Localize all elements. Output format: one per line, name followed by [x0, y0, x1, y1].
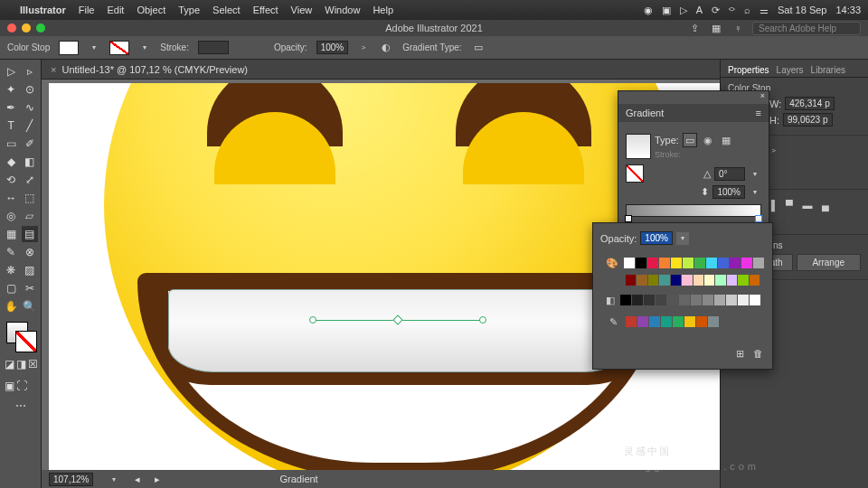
tab-libraries[interactable]: Libraries: [811, 65, 845, 75]
nav-left-icon[interactable]: ◂: [135, 474, 140, 485]
width-tool[interactable]: ↔: [3, 190, 20, 206]
gradient-icon[interactable]: ◐: [379, 41, 393, 55]
aspect-input[interactable]: 100%: [712, 185, 745, 199]
w-value[interactable]: 426,314 p: [785, 97, 835, 110]
artboard-tool[interactable]: ▢: [3, 280, 20, 296]
gradient-stop-end[interactable]: [755, 215, 762, 222]
menu-file[interactable]: File: [79, 5, 95, 15]
bulb-icon[interactable]: ♀: [731, 21, 745, 35]
stroke-swatch[interactable]: [109, 41, 129, 55]
sync-icon[interactable]: ⟳: [712, 5, 720, 16]
stroke-dropdown[interactable]: ▾: [138, 42, 151, 54]
zoom-dropdown[interactable]: ▾: [108, 473, 120, 485]
screen-mode-icon[interactable]: ⛶: [16, 378, 27, 394]
menu-object[interactable]: Object: [137, 5, 165, 15]
hand-tool[interactable]: ✋: [3, 298, 20, 314]
direct-selection-tool[interactable]: ▹: [22, 63, 39, 80]
wifi-icon[interactable]: ⌔: [729, 5, 735, 15]
close-tab-icon[interactable]: ×: [51, 64, 56, 75]
minimize-window-button[interactable]: [22, 23, 31, 33]
eyedropper-swatch-icon[interactable]: ✎: [606, 314, 620, 329]
menu-select[interactable]: Select: [212, 5, 241, 15]
gradient-start-handle[interactable]: [309, 316, 316, 324]
shape-builder-tool[interactable]: ◎: [3, 208, 20, 224]
slice-tool[interactable]: ✂: [22, 280, 39, 296]
gradient-stop-start[interactable]: [625, 215, 632, 222]
tab-properties[interactable]: Properties: [728, 65, 769, 75]
menu-type[interactable]: Type: [178, 5, 200, 15]
arrange-docs-icon[interactable]: ▦: [709, 21, 723, 35]
tab-layers[interactable]: Layers: [777, 65, 804, 75]
align-bottom-icon[interactable]: ▄: [818, 198, 833, 212]
swatch-opacity-dropdown[interactable]: ▾: [676, 232, 689, 245]
help-search-input[interactable]: Search Adobe Help: [752, 22, 861, 35]
emoji-teeth-selected[interactable]: [168, 289, 629, 372]
swatch-opacity-input[interactable]: 100%: [640, 231, 673, 245]
close-window-button[interactable]: [7, 23, 16, 33]
swatch-picker-panel[interactable]: Opacity: 100% ▾ 🎨 ◧ ✎: [592, 222, 773, 370]
gradient-preview-swatch[interactable]: [626, 134, 651, 159]
record-icon[interactable]: ◉: [644, 5, 653, 16]
search-icon[interactable]: ⌕: [744, 5, 750, 15]
a-icon[interactable]: A: [696, 5, 703, 15]
eyedropper-tool[interactable]: ✎: [3, 244, 20, 260]
swatch[interactable]: [624, 258, 635, 268]
close-panel-icon[interactable]: ×: [760, 91, 765, 104]
zoom-tool[interactable]: 🔍: [22, 298, 39, 314]
menu-effect[interactable]: Effect: [253, 5, 278, 15]
new-swatch-icon[interactable]: ⊞: [732, 346, 747, 361]
free-transform-tool[interactable]: ⬚: [22, 190, 39, 206]
nav-right-icon[interactable]: ▸: [155, 474, 160, 485]
stroke-color-box[interactable]: [15, 331, 37, 352]
screen-icon[interactable]: ▣: [662, 5, 671, 16]
menu-view[interactable]: View: [291, 5, 313, 15]
gradient-stroke-swatch[interactable]: [626, 164, 644, 183]
document-tab[interactable]: × Untitled-13* @ 107,12 % (CMYK/Preview): [42, 60, 720, 80]
radial-type-icon[interactable]: ◉: [701, 133, 715, 147]
opacity-input[interactable]: 100%: [316, 41, 349, 54]
menu-window[interactable]: Window: [325, 5, 360, 15]
align-top-icon[interactable]: ▀: [782, 198, 797, 212]
align-vcenter-icon[interactable]: ▬: [800, 198, 815, 212]
rotate-tool[interactable]: ⟲: [3, 172, 20, 188]
gradient-end-handle[interactable]: [479, 316, 486, 324]
gradient-mode-icon[interactable]: ◨: [16, 356, 26, 372]
gradient-panel[interactable]: × Gradient≡ Type: ▭ ◉ ▦ Stroke: △ 0°▾ ⬍ …: [618, 90, 769, 229]
opacity-dropdown[interactable]: >: [357, 42, 370, 54]
fill-stroke-control[interactable]: [3, 320, 38, 352]
gradient-tool[interactable]: ▤: [22, 226, 39, 242]
gradient-slider[interactable]: [626, 204, 761, 217]
fill-dropdown[interactable]: ▾: [88, 42, 100, 54]
menu-help[interactable]: Help: [373, 5, 393, 15]
rectangle-tool[interactable]: ▭: [3, 136, 20, 152]
control-center-icon[interactable]: ⚌: [760, 5, 769, 16]
type-tool[interactable]: T: [3, 117, 20, 134]
shaper-tool[interactable]: ◆: [3, 154, 20, 170]
symbol-sprayer-tool[interactable]: ❋: [3, 262, 20, 278]
stroke-weight-input[interactable]: [198, 41, 229, 54]
panel-menu-icon[interactable]: ≡: [756, 108, 761, 118]
draw-normal-icon[interactable]: ▣: [5, 378, 14, 394]
delete-swatch-icon[interactable]: 🗑: [750, 346, 765, 361]
angle-input[interactable]: 0°: [714, 167, 745, 181]
graph-tool[interactable]: ▨: [22, 262, 39, 278]
menu-edit[interactable]: Edit: [107, 5, 124, 15]
gradient-annotator[interactable]: [313, 320, 483, 321]
share-icon[interactable]: ⇪: [687, 21, 702, 35]
mesh-tool[interactable]: ▦: [3, 226, 20, 242]
app-name[interactable]: Illustrator: [20, 5, 66, 15]
arrange-button[interactable]: Arrange: [797, 254, 862, 271]
line-tool[interactable]: ╱: [22, 117, 39, 134]
h-value[interactable]: 99,0623 p: [783, 113, 833, 127]
grayscale-icon[interactable]: ◧: [606, 293, 615, 307]
play-icon[interactable]: ▷: [680, 5, 687, 16]
color-palette-icon[interactable]: 🎨: [606, 256, 618, 270]
perspective-tool[interactable]: ▱: [22, 208, 39, 224]
linear-gradient-icon[interactable]: ▭: [471, 41, 486, 55]
menubar-time[interactable]: 14:33: [835, 5, 861, 15]
zoom-window-button[interactable]: [36, 23, 45, 33]
paintbrush-tool[interactable]: ✐: [22, 136, 39, 152]
scale-tool[interactable]: ⤢: [22, 172, 39, 188]
menubar-date[interactable]: Sat 18 Sep: [778, 5, 826, 15]
blend-tool[interactable]: ⊗: [22, 244, 39, 260]
